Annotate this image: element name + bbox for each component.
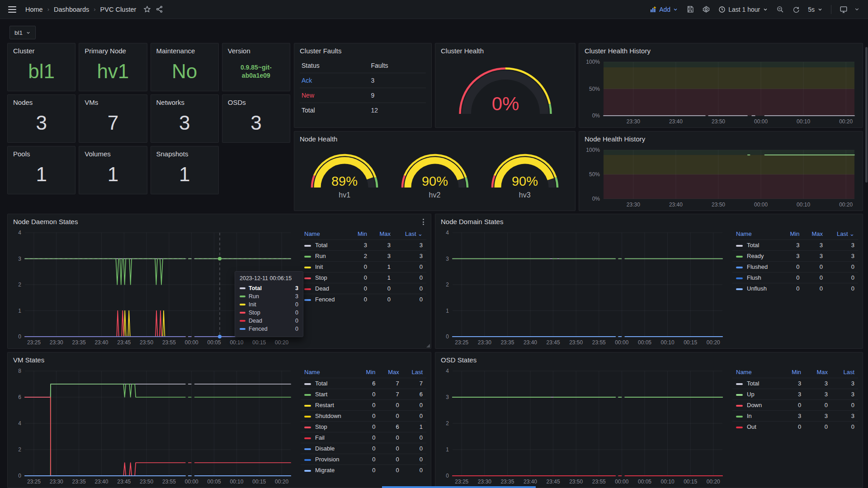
svg-text:23:30: 23:30 <box>50 339 63 346</box>
breadcrumb-dashboards[interactable]: Dashboards <box>54 6 89 13</box>
svg-text:00:10: 00:10 <box>797 202 810 208</box>
panel-menu-icon[interactable] <box>419 218 427 226</box>
vm-states-chart[interactable]: 0246823:2523:3023:3523:4023:4523:5023:55… <box>11 367 295 486</box>
tv-mode-button[interactable] <box>840 5 860 14</box>
legend-series-name[interactable]: In <box>732 411 780 422</box>
variable-dropdown-cluster[interactable]: bl1 <box>9 26 36 39</box>
legend-series-name[interactable]: Stop <box>301 272 349 283</box>
legend-series-name[interactable]: Run <box>301 251 349 262</box>
legend-last: 0 <box>826 272 858 283</box>
panel-title: Node Health <box>294 131 575 144</box>
node-domain-states-legend: NameMinMaxLast ⌄Total333Ready333Flushed0… <box>732 229 858 294</box>
legend-series-name[interactable]: Total <box>301 378 358 389</box>
legend-col-name[interactable]: Name <box>732 367 780 378</box>
osd-states-chart[interactable]: 0123423:2523:3023:3523:4023:4523:5023:55… <box>439 367 727 486</box>
legend-series-name[interactable]: Dead <box>301 283 349 294</box>
legend-series-name[interactable]: Start <box>301 389 358 400</box>
chevron-down-icon <box>26 30 31 35</box>
legend-series-name[interactable]: Flushed <box>732 262 782 272</box>
svg-text:2: 2 <box>446 282 449 288</box>
svg-text:0%: 0% <box>592 113 600 119</box>
legend-series-name[interactable]: Out <box>732 422 780 432</box>
share-icon[interactable] <box>156 5 163 13</box>
legend-swatch <box>304 277 311 279</box>
faults-col-faults[interactable]: Faults <box>369 59 426 73</box>
legend-swatch <box>304 383 311 385</box>
legend-col-last[interactable]: Last ⌄ <box>394 229 426 240</box>
svg-text:23:50: 23:50 <box>140 479 153 485</box>
legend-col-min[interactable]: Min <box>780 367 805 378</box>
stat-panel-snapshots: Snapshots1 <box>151 146 219 194</box>
chevron-down-icon <box>763 7 768 12</box>
legend-series-name[interactable]: Init <box>301 262 349 272</box>
save-icon[interactable] <box>686 5 694 13</box>
legend-series-name[interactable]: Restart <box>301 400 358 411</box>
panel-resize-handle[interactable] <box>426 344 430 347</box>
legend-col-min[interactable]: Min <box>349 229 371 240</box>
legend-col-last[interactable]: Last <box>403 367 426 378</box>
legend-col-max[interactable]: Max <box>371 229 394 240</box>
svg-text:90%: 90% <box>512 174 538 188</box>
tooltip-swatch <box>240 320 245 322</box>
svg-text:23:45: 23:45 <box>547 479 560 485</box>
node-domain-states-chart[interactable]: 0123423:2523:3023:3523:4023:4523:5023:55… <box>439 229 727 347</box>
legend-series-name[interactable]: Fenced <box>301 294 349 305</box>
legend-series-name[interactable]: Up <box>732 389 780 400</box>
legend-series-name[interactable]: Disable <box>301 443 358 454</box>
legend-min: 0 <box>358 443 379 454</box>
settings-gear-icon[interactable] <box>702 5 710 14</box>
legend-series-name[interactable]: Ready <box>732 251 782 262</box>
legend-swatch <box>736 405 743 407</box>
cluster-health-history-chart[interactable]: 0%50%100%23:3023:4023:5000:0000:1000:20 <box>583 58 859 126</box>
add-button[interactable]: Add <box>650 6 678 13</box>
legend-col-last[interactable]: Last ⌄ <box>826 229 858 240</box>
legend-series-name[interactable]: Fail <box>301 432 358 443</box>
svg-text:4: 4 <box>18 420 21 427</box>
legend-row: In333 <box>732 411 858 422</box>
legend-series-name[interactable]: Flush <box>732 272 782 283</box>
legend-series-name[interactable]: Total <box>732 378 780 389</box>
legend-col-last[interactable]: Last <box>831 367 858 378</box>
legend-col-name[interactable]: Name <box>301 367 358 378</box>
legend-series-name[interactable]: Provision <box>301 454 358 465</box>
node-health-history-chart[interactable]: 0%50%100%23:3023:4023:5000:0000:1000:20 <box>583 146 859 209</box>
legend-series-name[interactable]: Migrate <box>301 465 358 476</box>
zoom-out-icon[interactable] <box>776 5 784 13</box>
legend-last: 0 <box>394 294 426 305</box>
stat-value: 3 <box>8 107 75 142</box>
refresh-interval-picker[interactable]: 5s <box>808 6 823 13</box>
legend-series-name[interactable]: Down <box>732 400 780 411</box>
legend-row: Disable000 <box>301 443 426 454</box>
legend-series-name[interactable]: Stop <box>301 422 358 432</box>
svg-text:00:15: 00:15 <box>252 479 266 485</box>
breadcrumb-home[interactable]: Home <box>25 6 43 13</box>
time-range-picker[interactable]: Last 1 hour <box>718 6 768 13</box>
legend-min: 0 <box>358 411 379 422</box>
legend-col-name[interactable]: Name <box>301 229 349 240</box>
legend-series-name[interactable]: Total <box>301 240 349 251</box>
menu-icon[interactable] <box>8 6 16 13</box>
panel-title: OSDs <box>222 95 290 107</box>
legend-series-name[interactable]: Total <box>732 240 782 251</box>
legend-series-name[interactable]: Unflush <box>732 283 782 294</box>
refresh-icon[interactable] <box>792 5 800 13</box>
legend-col-min[interactable]: Min <box>782 229 803 240</box>
svg-text:100%: 100% <box>586 147 600 153</box>
stat-panel-networks: Networks3 <box>151 94 219 143</box>
panel-osd-states: OSD States 0123423:2523:3023:3523:4023:4… <box>435 352 863 488</box>
legend-row: Run233 <box>301 251 426 262</box>
scrollbar[interactable] <box>865 47 868 183</box>
stat-value: 1 <box>79 159 146 194</box>
legend-series-name[interactable]: Shutdown <box>301 411 358 422</box>
legend-col-max[interactable]: Max <box>805 367 831 378</box>
legend-col-max[interactable]: Max <box>379 367 403 378</box>
legend-col-max[interactable]: Max <box>803 229 827 240</box>
svg-text:23:30: 23:30 <box>627 202 640 208</box>
svg-text:00:15: 00:15 <box>684 479 697 485</box>
svg-text:6: 6 <box>18 394 21 400</box>
star-icon[interactable] <box>143 5 151 13</box>
faults-col-status[interactable]: Status <box>300 59 369 73</box>
breadcrumb-page[interactable]: PVC Cluster <box>100 6 137 13</box>
legend-col-name[interactable]: Name <box>732 229 782 240</box>
legend-col-min[interactable]: Min <box>358 367 379 378</box>
